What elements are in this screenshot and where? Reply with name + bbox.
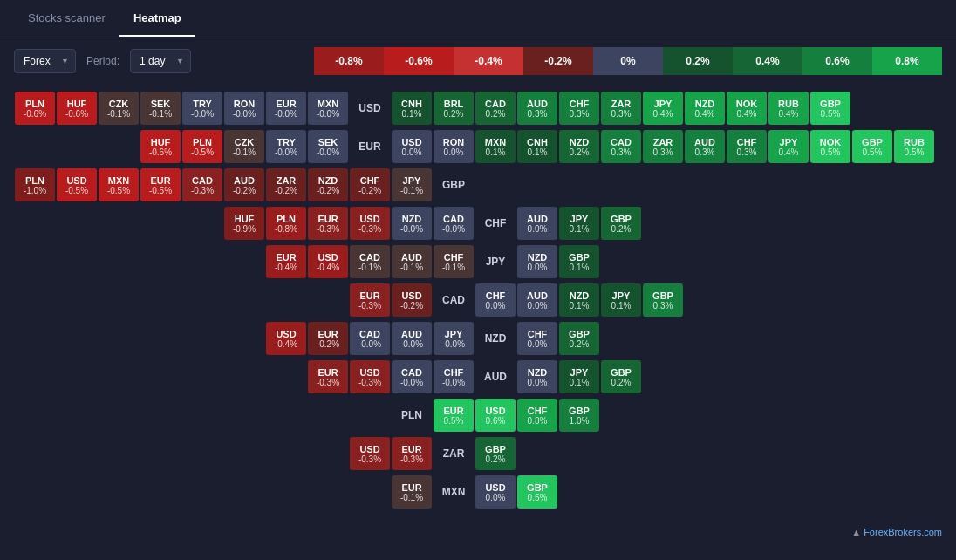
heatmap-cell[interactable]: GBP1.0% — [559, 399, 599, 432]
spacer — [99, 475, 139, 509]
heatmap-cell[interactable]: USD-0.5% — [57, 168, 97, 201]
heatmap-cell[interactable]: CAD-0.0% — [392, 360, 432, 393]
heatmap-cell[interactable]: NZD0.1% — [559, 283, 599, 317]
heatmap-cell[interactable]: CAD0.3% — [601, 130, 641, 163]
heatmap-cell[interactable]: GBP0.5% — [810, 92, 850, 125]
heatmap-cell[interactable]: AUD-0.1% — [392, 245, 432, 278]
heatmap-cell[interactable]: JPY0.4% — [643, 92, 683, 125]
heatmap-cell[interactable]: HUF-0.6% — [57, 92, 97, 125]
heatmap-cell[interactable]: USD0.6% — [475, 399, 516, 432]
heatmap-cell[interactable]: EUR0.5% — [434, 399, 474, 432]
heatmap-cell[interactable]: CAD-0.0% — [350, 322, 390, 355]
heatmap-cell[interactable]: EUR-0.1% — [392, 475, 432, 509]
heatmap-cell[interactable]: USD-0.4% — [266, 322, 306, 355]
heatmap-cell[interactable]: RON-0.0% — [224, 92, 264, 125]
heatmap-cell[interactable]: USD0.0% — [475, 475, 516, 509]
heatmap-cell[interactable]: CNH0.1% — [517, 130, 557, 163]
heatmap-cell[interactable]: CHF0.0% — [517, 322, 557, 355]
heatmap-cell[interactable]: NZD0.0% — [517, 245, 557, 278]
heatmap-cell[interactable]: CHF0.3% — [727, 130, 767, 163]
heatmap-cell[interactable]: EUR-0.3% — [308, 207, 348, 240]
heatmap-cell[interactable]: NOK0.4% — [727, 92, 767, 125]
heatmap-cell[interactable]: EUR-0.5% — [140, 168, 181, 201]
heatmap-cell[interactable]: CZK-0.1% — [99, 92, 139, 125]
heatmap-cell[interactable]: HUF-0.6% — [140, 130, 181, 163]
heatmap-cell[interactable]: PLN-0.8% — [266, 207, 306, 240]
heatmap-cell[interactable]: CHF0.3% — [559, 92, 599, 125]
heatmap-cell[interactable]: AUD-0.0% — [392, 322, 432, 355]
heatmap-cell[interactable]: NOK0.5% — [810, 130, 850, 163]
heatmap-cell[interactable]: GBP0.5% — [852, 130, 892, 163]
heatmap-cell[interactable]: GBP0.5% — [517, 475, 557, 509]
heatmap-cell[interactable]: NZD0.0% — [517, 360, 557, 393]
heatmap-cell[interactable]: SEK-0.0% — [308, 130, 348, 163]
heatmap-cell[interactable]: CHF-0.0% — [434, 360, 474, 393]
heatmap-cell[interactable]: JPY-0.0% — [434, 322, 474, 355]
heatmap-cell[interactable]: CAD-0.0% — [434, 207, 474, 240]
heatmap-cell[interactable]: ZAR0.3% — [643, 130, 683, 163]
tab-heatmap[interactable]: Heatmap — [120, 1, 195, 37]
heatmap-cell[interactable]: RON0.0% — [434, 130, 474, 163]
heatmap-cell[interactable]: GBP0.2% — [601, 360, 641, 393]
heatmap-cell[interactable]: PLN-0.5% — [182, 130, 222, 163]
heatmap-cell[interactable]: NZD-0.0% — [392, 207, 432, 240]
heatmap-cell[interactable]: EUR-0.3% — [308, 360, 348, 393]
heatmap-cell[interactable]: CHF-0.1% — [434, 245, 474, 278]
heatmap-cell[interactable]: MXN0.1% — [475, 130, 516, 163]
heatmap-cell[interactable]: CAD-0.3% — [182, 168, 222, 201]
heatmap-cell[interactable]: AUD0.3% — [685, 130, 725, 163]
heatmap-cell[interactable]: ZAR-0.2% — [266, 168, 306, 201]
heatmap-cell[interactable]: EUR-0.4% — [266, 245, 306, 278]
heatmap-cell[interactable]: CAD-0.1% — [350, 245, 390, 278]
heatmap-cell[interactable]: AUD0.0% — [517, 283, 557, 317]
heatmap-cell[interactable]: CHF0.0% — [475, 283, 516, 317]
heatmap-cell[interactable]: CHF0.8% — [517, 399, 557, 432]
heatmap-cell[interactable]: ZAR0.3% — [601, 92, 641, 125]
heatmap-cell[interactable]: GBP0.2% — [559, 322, 599, 355]
heatmap-cell[interactable]: USD-0.3% — [350, 360, 390, 393]
heatmap-cell[interactable]: BRL0.2% — [434, 92, 474, 125]
heatmap-cell[interactable]: MXN-0.0% — [308, 92, 348, 125]
heatmap-cell[interactable]: RUB0.5% — [894, 130, 934, 163]
heatmap-cell[interactable]: EUR-0.2% — [308, 322, 348, 355]
heatmap-cell[interactable]: EUR-0.3% — [392, 437, 432, 470]
heatmap-cell[interactable]: AUD0.3% — [517, 92, 557, 125]
market-dropdown[interactable]: Forex — [14, 49, 76, 73]
heatmap-cell[interactable]: GBP0.2% — [475, 437, 516, 470]
heatmap-cell[interactable]: JPY0.1% — [601, 283, 641, 317]
heatmap-cell[interactable]: USD0.0% — [392, 130, 432, 163]
heatmap-cell[interactable]: USD-0.4% — [308, 245, 348, 278]
heatmap-cell[interactable]: AUD-0.2% — [224, 168, 264, 201]
heatmap-cell[interactable]: NZD0.2% — [559, 130, 599, 163]
heatmap-cell[interactable]: GBP0.1% — [559, 245, 599, 278]
heatmap-cell[interactable]: JPY0.1% — [559, 207, 599, 240]
heatmap-cell[interactable]: PLN-1.0% — [15, 168, 55, 201]
heatmap-cell[interactable]: MXN-0.5% — [99, 168, 139, 201]
heatmap-cell[interactable]: RUB0.4% — [768, 92, 809, 125]
heatmap-cell[interactable]: USD-0.2% — [392, 283, 432, 317]
heatmap-cell[interactable]: AUD0.0% — [517, 207, 557, 240]
period-dropdown[interactable]: 1 day — [130, 49, 191, 73]
heatmap-cell[interactable]: EUR-0.3% — [350, 283, 390, 317]
spacer — [140, 207, 181, 240]
heatmap-cell[interactable]: JPY-0.1% — [392, 168, 432, 201]
heatmap-cell[interactable]: CHF-0.2% — [350, 168, 390, 201]
heatmap-cell[interactable]: TRY-0.0% — [182, 92, 222, 125]
heatmap-cell[interactable]: JPY0.4% — [768, 130, 809, 163]
heatmap-cell[interactable]: NZD0.4% — [685, 92, 725, 125]
heatmap-cell[interactable]: GBP0.3% — [643, 283, 683, 317]
heatmap-cell[interactable]: TRY-0.0% — [266, 130, 306, 163]
tab-stocks-scanner[interactable]: Stocks scanner — [14, 1, 120, 37]
heatmap-cell[interactable]: USD-0.3% — [350, 207, 390, 240]
heatmap-cell[interactable]: CNH0.1% — [392, 92, 432, 125]
heatmap-cell[interactable]: GBP0.2% — [601, 207, 641, 240]
heatmap-cell[interactable]: NZD-0.2% — [308, 168, 348, 201]
heatmap-cell[interactable]: CAD0.2% — [475, 92, 516, 125]
heatmap-cell[interactable]: JPY0.1% — [559, 360, 599, 393]
heatmap-cell[interactable]: HUF-0.9% — [224, 207, 264, 240]
heatmap-cell[interactable]: SEK-0.1% — [140, 92, 181, 125]
heatmap-cell[interactable]: CZK-0.1% — [224, 130, 264, 163]
heatmap-cell[interactable]: USD-0.3% — [350, 437, 390, 470]
heatmap-cell[interactable]: EUR-0.0% — [266, 92, 306, 125]
heatmap-cell[interactable]: PLN-0.6% — [15, 92, 55, 125]
